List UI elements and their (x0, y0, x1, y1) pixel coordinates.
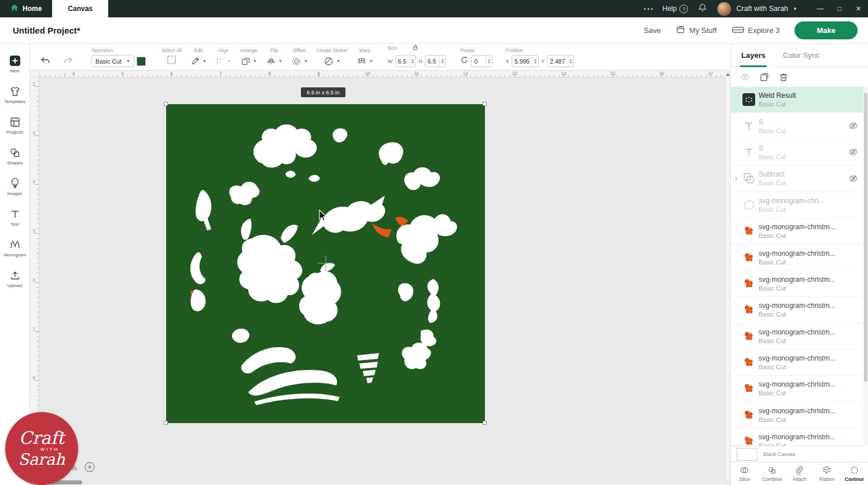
layer-row[interactable]: ›svg-monogram-christm...Basic Cut (731, 297, 863, 323)
contour-button[interactable]: Contour (841, 462, 868, 485)
layer-row[interactable]: ›svg-monogram-chri...Basic Cut (731, 192, 863, 218)
layer-row[interactable]: ›svg-monogram-christm...Basic Cut (731, 324, 863, 350)
arrange-button[interactable]: ▼ (241, 55, 257, 67)
arrange-label: Arrange (240, 47, 258, 53)
save-button[interactable]: Save (643, 26, 661, 35)
align-button[interactable]: ▼ (215, 55, 231, 67)
projects-icon (9, 116, 21, 128)
balloon-icon (9, 178, 21, 189)
hidden-eye-icon[interactable] (847, 147, 859, 157)
layer-row[interactable]: ›svg-monogram-christm...Basic Cut (731, 244, 863, 270)
operation-select[interactable]: Basic Cut ▼ (91, 55, 134, 67)
ruler-number: 4 (30, 179, 38, 185)
ruler-number: 12 (460, 71, 472, 76)
layer-row[interactable]: ›SubtractBasic Cut (731, 166, 863, 192)
rotate-icon[interactable] (460, 56, 469, 67)
flatten-icon (822, 465, 832, 475)
selection-handle-top-right[interactable] (483, 102, 487, 106)
canvas-tab[interactable]: Canvas (52, 0, 108, 17)
combine-button[interactable]: Combine (758, 462, 785, 485)
stepper-icon[interactable]: ▲▼ (410, 56, 415, 67)
sidebar-item-upload[interactable]: Upload (0, 263, 30, 294)
slice-button[interactable]: Slice (731, 462, 758, 485)
width-input[interactable]: 6.5 ▲▼ (395, 55, 416, 67)
layer-name: Weld Result (759, 91, 859, 100)
expand-chevron-icon[interactable]: › (733, 174, 739, 182)
my-stuff-icon (676, 25, 685, 36)
stepper-icon[interactable]: ▲▼ (439, 56, 445, 67)
offset-button[interactable]: ▼ (291, 55, 308, 67)
layer-row[interactable]: ›svg-monogram-christm...Basic Cut (731, 271, 863, 297)
stepper-icon[interactable]: ▲▼ (568, 56, 573, 67)
sidebar-item-templates[interactable]: Templates (0, 79, 30, 110)
flip-button[interactable]: ▼ (266, 55, 282, 67)
selected-design-square[interactable] (166, 104, 485, 423)
toggle-visibility-icon[interactable] (740, 72, 751, 82)
more-menu-icon[interactable] (644, 8, 653, 10)
canvas-vertical-scrollbar[interactable] (725, 71, 730, 480)
delete-layer-icon[interactable] (778, 72, 789, 82)
make-button[interactable]: Make (795, 21, 858, 39)
sidebar-item-projects[interactable]: Projects (0, 110, 30, 141)
scroll-up-arrow-icon[interactable] (726, 73, 730, 76)
layer-row[interactable]: ›svg-monogram-christm...Basic Cut (731, 428, 863, 446)
layers-panel: LayersColor Sync ›Weld ResultBasic Cut›S… (730, 44, 868, 485)
sidebar-item-shapes[interactable]: Shapes (0, 141, 30, 171)
ruler-number: 16 (656, 71, 667, 76)
maximize-button[interactable]: □ (830, 0, 849, 17)
redo-button[interactable] (61, 53, 75, 67)
home-tab[interactable]: Home (0, 0, 52, 17)
help-button[interactable]: Help ? (663, 5, 689, 13)
layers-scrollbar[interactable] (863, 87, 868, 446)
undo-button[interactable] (38, 53, 52, 67)
warp-button[interactable]: ▼ (356, 55, 373, 67)
layer-operation: Basic Cut (759, 127, 845, 134)
tab-layers[interactable]: Layers (740, 44, 767, 67)
sidebar-item-new[interactable]: New (0, 49, 30, 79)
layer-row[interactable]: ›SBasic Cut (731, 139, 863, 166)
lock-ratio-icon[interactable] (412, 43, 419, 53)
layer-row[interactable]: ›svg-monogram-christm...Basic Cut (731, 376, 863, 402)
layer-row[interactable]: ›svg-monogram-christm...Basic Cut (731, 218, 863, 244)
minimize-button[interactable]: — (811, 0, 830, 17)
canvas-area[interactable]: 4567891011121314151617 2345678 6.5 in x … (30, 71, 730, 485)
rotate-input[interactable]: 0 ▲▼ (471, 55, 492, 67)
stepper-icon[interactable]: ▲▼ (532, 56, 538, 67)
layer-row[interactable]: ›SBasic Cut (731, 113, 863, 139)
stepper-icon[interactable]: ▲▼ (486, 56, 491, 67)
blank-canvas-row[interactable]: Blank Canvas (731, 446, 863, 462)
hidden-eye-icon[interactable] (847, 121, 859, 131)
close-button[interactable]: ✕ (849, 0, 868, 17)
selection-handle-bottom-right[interactable] (483, 421, 487, 425)
hidden-eye-icon[interactable] (847, 174, 859, 183)
layer-row[interactable]: ›svg-monogram-christm...Basic Cut (731, 350, 863, 376)
sidebar-item-label: Images (7, 191, 22, 196)
height-input[interactable]: 6.5 ▲▼ (425, 55, 446, 67)
select-all-button[interactable] (166, 54, 177, 68)
flatten-button[interactable]: Flatten (813, 462, 840, 485)
attach-button[interactable]: Attach (786, 462, 813, 485)
canvas-horizontal-scrollbar[interactable] (30, 480, 725, 485)
sidebar-item-text[interactable]: Text (0, 202, 30, 233)
zoom-in-button[interactable] (84, 461, 95, 475)
edit-button[interactable]: ▼ (190, 55, 207, 67)
tab-color-sync[interactable]: Color Sync (782, 44, 821, 67)
account-menu[interactable]: Craft with Sarah ▼ (717, 2, 797, 16)
position-y-input[interactable]: 2.487 ▲▼ (547, 55, 574, 67)
sidebar-item-images[interactable]: Images (0, 171, 30, 202)
machine-select-button[interactable]: Explore 3 (732, 25, 780, 36)
sidebar-item-monogram[interactable]: Monogram (0, 233, 30, 263)
layer-row[interactable]: ›Weld ResultBasic Cut (731, 87, 863, 113)
selection-handle-top-left[interactable] (164, 102, 168, 106)
layer-row[interactable]: ›svg-monogram-christm...Basic Cut (731, 402, 863, 428)
contour-icon (849, 465, 859, 475)
my-stuff-button[interactable]: My Stuff (676, 25, 716, 36)
layers-scrollbar-thumb[interactable] (864, 93, 867, 382)
selection-handle-bottom-left[interactable] (164, 421, 168, 425)
blank-canvas-thumbnail[interactable] (737, 448, 757, 461)
notifications-bell-icon[interactable] (698, 3, 707, 14)
create-sticker-button[interactable]: ▼ (323, 55, 340, 67)
duplicate-layer-icon[interactable] (759, 72, 770, 82)
color-swatch[interactable] (137, 57, 146, 66)
position-x-input[interactable]: 5.995 ▲▼ (512, 55, 539, 67)
